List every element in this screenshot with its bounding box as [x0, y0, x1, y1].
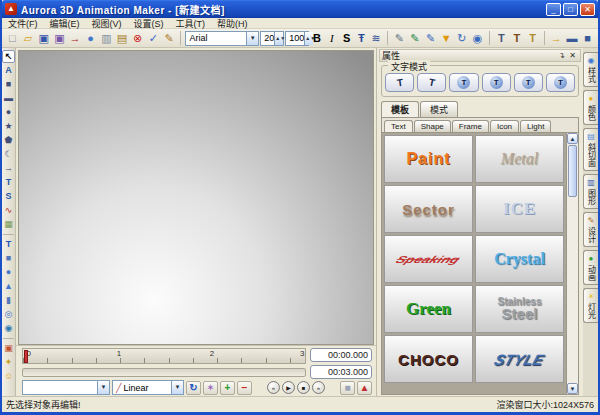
- bold-button[interactable]: B: [310, 32, 324, 44]
- pin-icon[interactable]: ↴: [556, 51, 567, 60]
- rounded-rect-tool-icon[interactable]: ▬: [2, 92, 15, 105]
- bevel-style-1-icon[interactable]: T: [494, 30, 509, 46]
- template-crystal[interactable]: Crystal: [475, 235, 564, 283]
- edit-object-icon[interactable]: ✎: [392, 30, 407, 46]
- text-mode-button-3[interactable]: T: [449, 73, 478, 92]
- chevron-down-icon[interactable]: ▼: [171, 381, 183, 394]
- depth-stepper[interactable]: 100 ▲▼: [285, 31, 309, 46]
- shape-tool-icon[interactable]: ▬: [565, 30, 580, 46]
- tab-frame[interactable]: Frame: [452, 120, 489, 132]
- side-tab-animation[interactable]: ●动画: [583, 250, 598, 285]
- tab-light[interactable]: Light: [520, 120, 551, 132]
- text-warp-button[interactable]: ≋: [369, 32, 383, 45]
- cube-3d-tool-icon[interactable]: ■: [2, 252, 15, 265]
- add-keyframe-button[interactable]: +: [220, 381, 235, 395]
- template-choco[interactable]: CHOCO: [384, 335, 473, 383]
- animation-channel-select[interactable]: ▼: [22, 380, 110, 395]
- maximize-button[interactable]: □: [563, 3, 578, 16]
- scroll-up-icon[interactable]: ▲: [567, 133, 578, 144]
- globe-tool-icon[interactable]: ◉: [2, 322, 15, 335]
- spinner-icon[interactable]: ▲▼: [274, 32, 283, 45]
- frame-mode-button[interactable]: ■: [340, 381, 355, 395]
- font-family-select[interactable]: Arial ▼: [185, 31, 259, 46]
- edit-style-icon[interactable]: ✎: [408, 30, 423, 46]
- timeline-scrollbar[interactable]: [22, 368, 306, 377]
- side-tab-shape[interactable]: ▥图形: [583, 174, 598, 209]
- text-mode-button-5[interactable]: T: [514, 73, 543, 92]
- export-icon[interactable]: →: [68, 30, 83, 46]
- menu-settings[interactable]: 设置(S): [134, 17, 164, 30]
- text-mode-button-4[interactable]: T: [482, 73, 511, 92]
- close-button[interactable]: ✕: [580, 3, 595, 16]
- remove-keyframe-button[interactable]: −: [237, 381, 252, 395]
- menu-file[interactable]: 文件(F): [8, 17, 38, 30]
- new-document-icon[interactable]: □: [5, 30, 20, 46]
- magic-wand-button[interactable]: ✶: [203, 381, 218, 395]
- bevel-style-3-icon[interactable]: T: [525, 30, 540, 46]
- side-tab-design[interactable]: ✎设计: [583, 212, 598, 247]
- fill-color-icon[interactable]: ▼: [439, 30, 454, 46]
- text-3d-tool-icon[interactable]: T: [2, 238, 15, 251]
- menu-view[interactable]: 视图(V): [92, 17, 122, 30]
- playhead-marker[interactable]: [24, 350, 28, 363]
- template-style[interactable]: STYLE: [475, 335, 564, 383]
- stroke-button[interactable]: S: [340, 32, 354, 44]
- apply-icon[interactable]: ✓: [146, 30, 161, 46]
- select-cursor-icon[interactable]: ↖: [2, 50, 15, 63]
- delete-icon[interactable]: ⊗: [130, 30, 145, 46]
- refresh-icon[interactable]: ↻: [455, 30, 470, 46]
- easing-select[interactable]: ╱ Linear ▼: [112, 380, 184, 395]
- menu-edit[interactable]: 编辑(E): [50, 17, 80, 30]
- cone-3d-tool-icon[interactable]: ▲: [2, 280, 15, 293]
- edit-icon[interactable]: ✎: [162, 30, 177, 46]
- torus-3d-tool-icon[interactable]: ◎: [2, 308, 15, 321]
- save-icon[interactable]: ▣: [36, 30, 51, 46]
- tab-template[interactable]: 模板: [381, 101, 419, 117]
- close-panel-icon[interactable]: ✕: [567, 51, 578, 60]
- export-frame-button[interactable]: ▲: [357, 381, 372, 395]
- render-icon[interactable]: ●: [83, 30, 98, 46]
- side-tab-light[interactable]: ☀灯光: [583, 288, 598, 323]
- template-metal[interactable]: Metal: [475, 135, 564, 183]
- side-tab-style[interactable]: ◉样式: [583, 52, 598, 87]
- play-button[interactable]: ▶: [282, 381, 295, 394]
- rectangle-tool-icon[interactable]: ■: [2, 78, 15, 91]
- ellipse-tool-icon[interactable]: ●: [2, 106, 15, 119]
- sphere-3d-icon[interactable]: ◉: [470, 30, 485, 46]
- paste-icon[interactable]: ▤: [115, 30, 130, 46]
- minimize-button[interactable]: _: [546, 3, 561, 16]
- template-stainless-steel[interactable]: Stainless Steel: [475, 285, 564, 333]
- tab-mode[interactable]: 模式: [420, 101, 458, 117]
- template-sector[interactable]: Sector: [384, 185, 473, 233]
- side-tab-color[interactable]: ●颜色: [583, 90, 598, 125]
- polygon-tool-icon[interactable]: ⬟: [2, 134, 15, 147]
- open-icon[interactable]: ▱: [21, 30, 36, 46]
- particle-tool-icon[interactable]: ✦: [2, 356, 15, 369]
- camera-tool-icon[interactable]: ▣: [2, 342, 15, 355]
- scroll-down-icon[interactable]: ▼: [567, 383, 578, 394]
- loop-button[interactable]: ↻: [186, 381, 201, 395]
- extrude-text-tool-icon[interactable]: T: [2, 176, 15, 189]
- crescent-tool-icon[interactable]: ☾: [2, 148, 15, 161]
- template-ice[interactable]: ICE: [475, 185, 564, 233]
- font-size-stepper[interactable]: 20 ▲▼: [260, 31, 284, 46]
- copy-icon[interactable]: ▥: [99, 30, 114, 46]
- italic-button[interactable]: I: [325, 32, 339, 44]
- scrollbar-thumb[interactable]: [568, 145, 577, 197]
- tab-text[interactable]: Text: [384, 120, 413, 132]
- export-style-icon[interactable]: →: [549, 30, 564, 46]
- edit-texture-icon[interactable]: ✎: [423, 30, 438, 46]
- symbol-tool-icon[interactable]: S: [2, 190, 15, 203]
- tab-icon[interactable]: Icon: [490, 120, 519, 132]
- save-as-icon[interactable]: ▣: [52, 30, 67, 46]
- 3d-canvas[interactable]: [18, 50, 374, 345]
- text-anchor-button[interactable]: Ŧ: [354, 32, 368, 44]
- freehand-tool-icon[interactable]: ∿: [2, 204, 15, 217]
- template-green[interactable]: Green: [384, 285, 473, 333]
- text-mode-button-1[interactable]: T: [385, 73, 414, 92]
- template-scrollbar[interactable]: ▲ ▼: [566, 133, 578, 394]
- smiley-ball-tool-icon[interactable]: ☺: [2, 370, 15, 383]
- cube-tool-icon[interactable]: ■: [580, 30, 595, 46]
- stop-button[interactable]: ■: [297, 381, 310, 394]
- chevron-down-icon[interactable]: ▼: [97, 381, 109, 394]
